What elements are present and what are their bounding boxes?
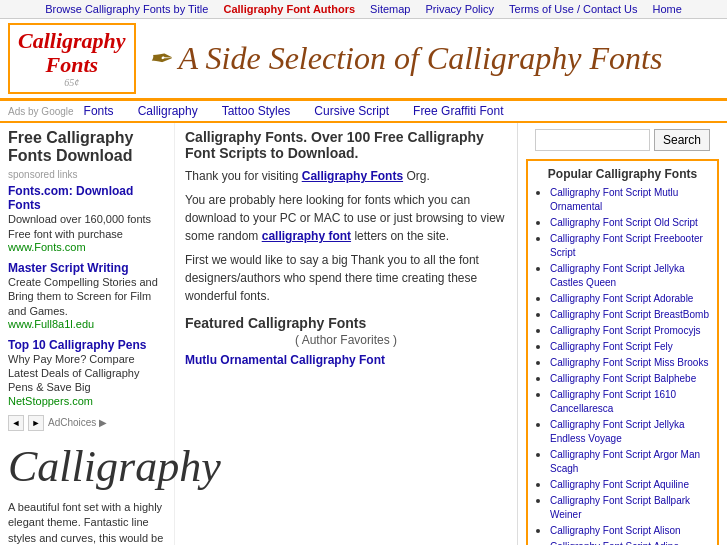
popular-font-item: Calligraphy Font Script 1610 Cancellares…: [550, 387, 711, 415]
quill-decoration: ✒: [148, 42, 171, 75]
top-nav-home[interactable]: Home: [653, 3, 682, 15]
popular-font-item: Calligraphy Font Script Jellyka Castles …: [550, 261, 711, 289]
popular-font-link[interactable]: Calligraphy Font Script Argor Man Scagh: [550, 449, 700, 474]
featured-sub: ( Author Favorites ): [185, 333, 507, 347]
ad-url-1: www.Fonts.com: [8, 241, 166, 253]
logo: Calligraphy Fonts 65¢: [8, 23, 136, 94]
popular-font-item: Calligraphy Font Script Old Script: [550, 215, 711, 229]
popular-font-item: Calligraphy Font Script BreastBomb: [550, 307, 711, 321]
popular-font-link[interactable]: Calligraphy Font Script Adine Kirnberg S…: [550, 541, 679, 545]
popular-font-item: Calligraphy Font Script Freebooter Scrip…: [550, 231, 711, 259]
popular-font-link[interactable]: Calligraphy Font Script Balphebe: [550, 373, 696, 384]
center-column: Calligraphy Fonts. Over 100 Free Calligr…: [175, 123, 517, 545]
ad-desc-2: Create Compelling Stories and Bring them…: [8, 275, 166, 318]
ad-link-3[interactable]: Top 10 Calligraphy Pens: [8, 338, 146, 352]
popular-font-item: Calligraphy Font Script Jellyka Endless …: [550, 417, 711, 445]
ad-controls: ◄ ► AdChoices ▶: [8, 415, 166, 431]
top-nav-sitemap[interactable]: Sitemap: [370, 3, 410, 15]
top-nav-privacy[interactable]: Privacy Policy: [426, 3, 494, 15]
font-preview-text: Calligraphy: [8, 441, 166, 492]
font-preview-section: Calligraphy A beautiful font set with a …: [8, 441, 166, 545]
secondary-navigation: Ads by Google Fonts Calligraphy Tattoo S…: [0, 101, 727, 123]
top-navigation: Browse Calligraphy Fonts by Title Callig…: [0, 0, 727, 19]
popular-fonts-title: Popular Calligraphy Fonts: [534, 167, 711, 181]
logo-tagline: 65¢: [18, 77, 126, 88]
adchoices-label[interactable]: AdChoices ▶: [48, 417, 107, 428]
ad-url-3: NetStoppers.com: [8, 395, 166, 407]
popular-font-link[interactable]: Calligraphy Font Script Ballpark Weiner: [550, 495, 690, 520]
nav-calligraphy[interactable]: Calligraphy: [138, 104, 198, 118]
popular-font-item: Calligraphy Font Script Adine Kirnberg S…: [550, 539, 711, 545]
popular-font-link[interactable]: Calligraphy Font Script 1610 Cancellares…: [550, 389, 676, 414]
right-column: Search Popular Calligraphy Fonts Calligr…: [517, 123, 727, 545]
popular-fonts-list: Calligraphy Font Script Mutlu Ornamental…: [534, 185, 711, 545]
popular-font-item: Calligraphy Font Script Aquiline: [550, 477, 711, 491]
center-body-1: Thank you for visiting Calligraphy Fonts…: [185, 167, 507, 185]
calligraphy-fonts-link[interactable]: Calligraphy Fonts: [302, 169, 403, 183]
popular-font-item: Calligraphy Font Script Miss Brooks: [550, 355, 711, 369]
popular-font-link[interactable]: Calligraphy Font Script BreastBomb: [550, 309, 709, 320]
ad-link-2[interactable]: Master Script Writing: [8, 261, 128, 275]
top-nav-browse[interactable]: Browse Calligraphy Fonts by Title: [45, 3, 208, 15]
nav-cursive[interactable]: Cursive Script: [314, 104, 389, 118]
top-nav-authors[interactable]: Calligraphy Font Authors: [223, 3, 355, 15]
popular-font-item: Calligraphy Font Script Balphebe: [550, 371, 711, 385]
page-title: Free Calligraphy Fonts Download: [8, 129, 166, 165]
popular-font-link[interactable]: Calligraphy Font Script Jellyka Endless …: [550, 419, 685, 444]
site-title: A Side Selection of Calligraphy Fonts: [179, 40, 719, 77]
popular-font-item: Calligraphy Font Script Adorable: [550, 291, 711, 305]
popular-font-link[interactable]: Calligraphy Font Script Jellyka Castles …: [550, 263, 685, 288]
ad-prev-button[interactable]: ◄: [8, 415, 24, 431]
main-content: Free Calligraphy Fonts Download sponsore…: [0, 123, 727, 545]
center-body-2: You are probably here looking for fonts …: [185, 191, 507, 245]
left-column: Free Calligraphy Fonts Download sponsore…: [0, 123, 175, 545]
font-description: A beautiful font set with a highly elega…: [8, 500, 166, 545]
ad-url-2: www.Full8a1l.edu: [8, 318, 166, 330]
popular-font-link[interactable]: Calligraphy Font Script Old Script: [550, 217, 698, 228]
nav-graffiti[interactable]: Free Graffiti Font: [413, 104, 503, 118]
popular-font-item: Calligraphy Font Script Promocyjs: [550, 323, 711, 337]
popular-font-item: Calligraphy Font Script Alison: [550, 523, 711, 537]
font-desc-text: A beautiful font set with a highly elega…: [8, 501, 163, 545]
top-nav-terms[interactable]: Terms of Use / Contact Us: [509, 3, 637, 15]
featured-font-link[interactable]: Mutlu Ornamental Calligraphy Font: [185, 353, 385, 367]
sponsored-label: sponsored links: [8, 169, 166, 180]
calligraphy-font-link[interactable]: calligraphy font: [262, 229, 351, 243]
popular-font-link[interactable]: Calligraphy Font Script Fely: [550, 341, 673, 352]
center-header: Calligraphy Fonts. Over 100 Free Calligr…: [185, 129, 507, 161]
center-body1-cont: Org.: [403, 169, 430, 183]
popular-font-link[interactable]: Calligraphy Font Script Alison: [550, 525, 681, 536]
popular-font-link[interactable]: Calligraphy Font Script Promocyjs: [550, 325, 701, 336]
site-header: Calligraphy Fonts 65¢ ✒ A Side Selection…: [0, 19, 727, 101]
nav-tattoo[interactable]: Tattoo Styles: [222, 104, 291, 118]
logo-title: Calligraphy: [18, 29, 126, 53]
popular-font-item: Calligraphy Font Script Mutlu Ornamental: [550, 185, 711, 213]
search-input[interactable]: [535, 129, 650, 151]
center-body1-text: Thank you for visiting: [185, 169, 302, 183]
logo-subtitle: Fonts: [18, 53, 126, 77]
ad-link-1[interactable]: Fonts.com: Download Fonts: [8, 184, 133, 212]
search-box: Search: [526, 129, 719, 151]
popular-font-link[interactable]: Calligraphy Font Script Adorable: [550, 293, 693, 304]
popular-font-link[interactable]: Calligraphy Font Script Aquiline: [550, 479, 689, 490]
popular-font-link[interactable]: Calligraphy Font Script Mutlu Ornamental: [550, 187, 678, 212]
ad-item-3: Top 10 Calligraphy Pens Why Pay More? Co…: [8, 338, 166, 407]
center-body-3: First we would like to say a big Thank y…: [185, 251, 507, 305]
ad-desc-1: Download over 160,000 fonts Free font wi…: [8, 212, 166, 241]
ad-next-button[interactable]: ►: [28, 415, 44, 431]
popular-fonts-box: Popular Calligraphy Fonts Calligraphy Fo…: [526, 159, 719, 545]
ad-desc-3: Why Pay More? Compare Latest Deals of Ca…: [8, 352, 166, 395]
ad-item-1: Fonts.com: Download Fonts Download over …: [8, 184, 166, 253]
ad-item-2: Master Script Writing Create Compelling …: [8, 261, 166, 330]
secondary-nav-links: Fonts Calligraphy Tattoo Styles Cursive …: [84, 104, 504, 118]
popular-font-item: Calligraphy Font Script Ballpark Weiner: [550, 493, 711, 521]
popular-font-link[interactable]: Calligraphy Font Script Freebooter Scrip…: [550, 233, 703, 258]
search-button[interactable]: Search: [654, 129, 710, 151]
ads-by-google-label: Ads by Google: [8, 106, 74, 117]
popular-font-item: Calligraphy Font Script Fely: [550, 339, 711, 353]
popular-font-item: Calligraphy Font Script Argor Man Scagh: [550, 447, 711, 475]
featured-header: Featured Calligraphy Fonts: [185, 315, 507, 331]
nav-fonts[interactable]: Fonts: [84, 104, 114, 118]
center-body2-cont: letters on the site.: [351, 229, 449, 243]
popular-font-link[interactable]: Calligraphy Font Script Miss Brooks: [550, 357, 708, 368]
